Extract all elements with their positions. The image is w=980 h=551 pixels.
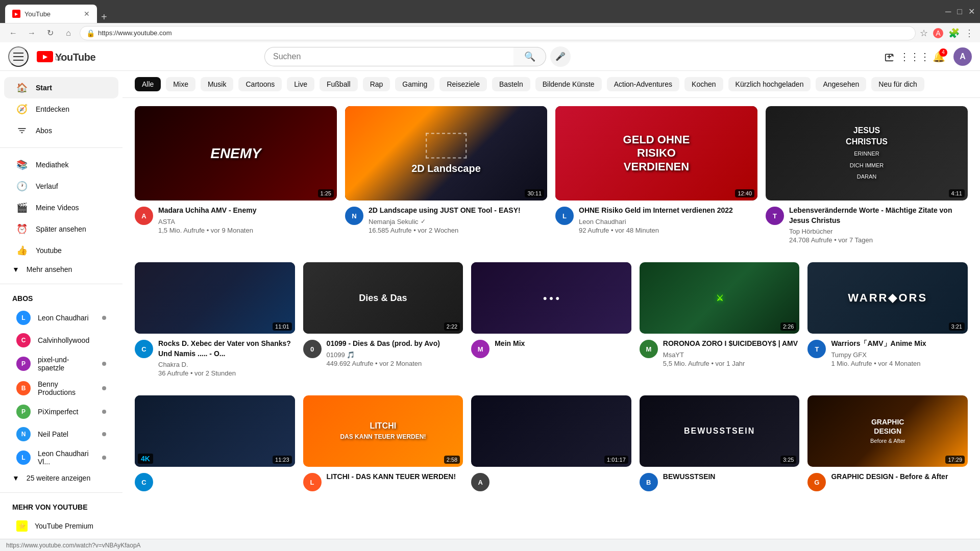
chip-basteln[interactable]: Basteln <box>492 77 530 91</box>
account-avatar[interactable]: A <box>953 47 972 66</box>
new-tab-button[interactable]: + <box>97 11 111 23</box>
sidebar-item-youtube[interactable]: 👍 Youtube <box>4 240 118 261</box>
home-icon: 🏠 <box>16 82 28 93</box>
sidebar-entdecken-label: Entdecken <box>36 105 69 113</box>
v1-avatar: A <box>135 207 153 225</box>
video-card-geld[interactable]: GELD OHNERISIKOVERDIENEN 12:40 L OHNE Ri… <box>555 106 757 246</box>
sidebar-item-meine-videos[interactable]: 🎬 Meine Videos <box>4 197 118 218</box>
youtube-tab[interactable]: YouTube ✕ <box>5 5 97 23</box>
chip-action-adventures[interactable]: Action-Adventures <box>607 77 679 91</box>
v11-meta: LITCHI - DAS KANN TEUER WERDEN! <box>327 472 463 491</box>
v2-meta: 2D Landscape using JUST ONE Tool - EASY!… <box>369 206 547 234</box>
v5-channel[interactable]: Chakra D. <box>158 361 295 368</box>
search-button[interactable]: 🔍 <box>513 47 546 66</box>
refresh-button[interactable]: ↻ <box>43 26 57 40</box>
menu-button[interactable] <box>8 46 29 67</box>
sidebar-sub-neil[interactable]: N Neil Patel <box>4 423 118 445</box>
forward-button[interactable]: → <box>24 26 39 40</box>
sidebar-item-mediathek[interactable]: 📚 Mediathek <box>4 154 118 176</box>
youtube-app: YouTube DE 🔍 🎤 ⋮⋮⋮ 🔔 4 A � <box>0 42 980 551</box>
more-subs-button[interactable]: ▼ 25 weitere anzeigen <box>0 470 122 486</box>
chip-live[interactable]: Live <box>287 77 314 91</box>
mic-button[interactable]: 🎤 <box>550 46 571 67</box>
sidebar-item-abos[interactable]: Abos <box>4 120 118 141</box>
profile-icon[interactable]: A <box>933 28 943 38</box>
sidebar-sub-leon-vl[interactable]: L Leon Chaudhari Vl... <box>4 445 118 470</box>
menu-icon[interactable]: ⋮ <box>965 28 974 39</box>
v1-title: Madara Uchiha AMV - Enemy <box>158 206 337 216</box>
sidebar-sub-leon[interactable]: L Leon Chaudhari <box>4 307 118 329</box>
sidebar-more-label: Mehr ansehen <box>27 265 72 273</box>
video-card-landscape[interactable]: 2D Landscape 30:11 N 2D Landscape using … <box>345 106 547 246</box>
v10-avatar: C <box>135 473 153 491</box>
video-card-r1[interactable]: 4K 11:23 C <box>135 395 295 493</box>
chip-alle[interactable]: Alle <box>135 77 161 91</box>
sidebar-item-verlauf[interactable]: 🕐 Verlauf <box>4 176 118 197</box>
chip-angesehen[interactable]: Angesehen <box>816 77 866 91</box>
chip-musik[interactable]: Musik <box>201 77 234 91</box>
back-button[interactable]: ← <box>6 26 20 40</box>
video-card-enemy[interactable]: ENEMY 1:25 A Madara Uchiha AMV - Enemy A… <box>135 106 337 246</box>
notifications-button[interactable]: 🔔 4 <box>929 46 949 67</box>
sidebar-item-start[interactable]: 🏠 Start <box>4 77 118 98</box>
sidebar-sub-piximperfect[interactable]: P PiXimperfect <box>4 400 118 423</box>
v4-channel[interactable]: Top Hörbücher <box>789 228 968 235</box>
chip-neu[interactable]: Neu für dich <box>871 77 924 91</box>
video-card-dies[interactable]: Dies & Das 2:22 0 01099 - Dies & Das (pr… <box>303 262 463 379</box>
v2-channel[interactable]: Nemanja Sekulic ✓ <box>369 218 547 226</box>
chip-rap[interactable]: Rap <box>363 77 390 91</box>
video-card-bewusstsein[interactable]: BEWUSSTSEIN 3:25 B BEWUSSTSEIN <box>640 395 800 493</box>
v6-thumb-text: Dies & Das <box>359 293 407 304</box>
apps-button[interactable]: ⋮⋮⋮ <box>904 46 925 67</box>
create-button[interactable] <box>880 46 900 67</box>
watch-later-icon: ⏰ <box>16 223 28 235</box>
sidebar-item-entdecken[interactable]: 🧭 Entdecken <box>4 98 118 120</box>
sidebar-item-spaeter-ansehen[interactable]: ⏰ Später ansehen <box>4 218 118 240</box>
chip-kochen[interactable]: Kochen <box>684 77 723 91</box>
sidebar-sub-pixel[interactable]: P pixel-und-spaetzle <box>4 352 118 376</box>
tab-close-button[interactable]: ✕ <box>84 10 90 18</box>
v6-title: 01099 - Dies & Das (prod. by Avo) <box>327 339 463 349</box>
youtube-logo[interactable]: YouTube DE <box>37 51 95 62</box>
liked-icon: 👍 <box>16 245 28 256</box>
bookmark-icon[interactable]: ☆ <box>920 28 928 39</box>
youtube-logo-country: DE <box>55 56 95 61</box>
sidebar-sub-calvin[interactable]: C Calvinhollywood <box>4 329 118 352</box>
chip-bildende-kunste[interactable]: Bildende Künste <box>535 77 602 91</box>
v3-channel[interactable]: Leon Chaudhari <box>579 218 757 226</box>
window-close[interactable]: ✕ <box>968 7 975 16</box>
chip-kurzlich[interactable]: Kürzlich hochgeladen <box>728 77 811 91</box>
v9-channel[interactable]: Tumpy GFX <box>831 351 968 359</box>
chip-reiseziele[interactable]: Reiseziele <box>439 77 487 91</box>
chip-fussball[interactable]: Fußball <box>320 77 358 91</box>
v8-channel[interactable]: MsaYT <box>663 351 800 359</box>
window-maximize[interactable]: □ <box>957 7 962 16</box>
video-grid-row2: 11:01 C Rocks D. Xebec der Vater von Sha… <box>122 254 980 387</box>
video-card-warriors[interactable]: WARR◆ORS 3:21 T Warriors「AMV」Anime Mix T… <box>807 262 968 379</box>
search-input[interactable] <box>264 47 513 66</box>
video-card-jesus[interactable]: JESUSCHRISTUSERINNERDICH IMMERDARAN 4:11… <box>766 106 968 246</box>
sidebar-sub-benny[interactable]: B Benny Productions <box>4 376 118 400</box>
v1-channel[interactable]: ASTA <box>158 218 337 226</box>
video-card-graphic-design[interactable]: GRAPHICDESIGNBefore & After 17:29 G GRAP… <box>807 395 968 493</box>
extensions-icon[interactable]: 🧩 <box>948 28 960 39</box>
sidebar-more-button[interactable]: ▼ Mehr ansehen <box>0 261 122 278</box>
v3-meta: OHNE Risiko Geld im Internet verdienen 2… <box>579 206 757 234</box>
chip-cartoons[interactable]: Cartoons <box>238 77 282 91</box>
sidebar-premium[interactable]: ⭐ YouTube Premium <box>4 515 118 537</box>
address-bar[interactable]: 🔒 https://www.youtube.com <box>80 26 916 40</box>
hamburger-line-1 <box>13 53 23 54</box>
sidebar-meine-videos-label: Meine Videos <box>36 204 79 212</box>
v6-channel[interactable]: 01099 🎵 <box>327 351 463 359</box>
video-card-rocks[interactable]: 11:01 C Rocks D. Xebec der Vater von Sha… <box>135 262 295 379</box>
video-card-zoro[interactable]: ⚔ 2:26 M RORONOA ZORO I $UICIDEBOY$ | AM… <box>640 262 800 379</box>
video-card-mein-mix[interactable]: ● ● ● M Mein Mix <box>471 262 631 379</box>
video-card-litchi[interactable]: LITCHIDAS KANN TEUER WERDEN! 2:58 L LITC… <box>303 395 463 493</box>
chip-mixe[interactable]: Mixe <box>166 77 195 91</box>
chip-gaming[interactable]: Gaming <box>395 77 434 91</box>
window-minimize[interactable]: ─ <box>945 7 951 16</box>
home-button[interactable]: ⌂ <box>61 26 76 40</box>
v8-avatar: M <box>640 340 658 358</box>
video-card-r3[interactable]: 1:01:17 A <box>471 395 631 493</box>
v4-info: T Lebensverändernde Worte - Mächtige Zit… <box>766 201 968 246</box>
